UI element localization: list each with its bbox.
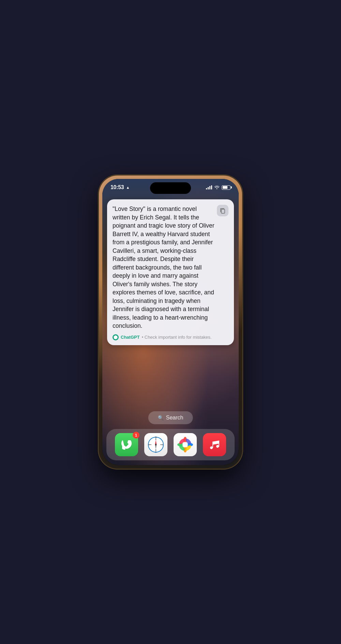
notification-text: "Love Story" is a romantic novel written… [113,205,228,330]
notification-disclaimer: • Check important info for mistakes. [142,335,212,340]
svg-point-23 [183,443,187,446]
search-pill[interactable]: 🔍 Search [148,411,193,424]
search-label: Search [166,415,183,421]
signal-icon [206,185,212,189]
svg-rect-25 [219,441,219,447]
notification-card[interactable]: "Love Story" is a romantic novel written… [107,199,234,345]
copy-button[interactable] [217,205,228,216]
chatgpt-label: ChatGPT [121,335,140,340]
svg-text:S: S [155,451,157,453]
music-app-icon[interactable] [203,433,226,456]
svg-text:W: W [148,444,150,446]
photos-app-icon[interactable] [174,433,197,456]
search-magnifier-icon: 🔍 [158,415,164,420]
battery-icon [222,185,231,190]
safari-app-icon[interactable]: N S W E [144,433,167,456]
dock: 1 [106,429,235,460]
phone-inner: 10:53 ▲ [102,179,239,465]
location-icon: ▲ [126,185,130,189]
safari-app-container: N S W E [144,433,167,456]
dynamic-island [150,182,191,194]
phone-outer: 10:53 ▲ [99,175,242,469]
svg-rect-24 [212,442,213,448]
svg-text:N: N [155,436,157,438]
svg-text:E: E [162,444,164,446]
photos-app-container [174,433,197,456]
chatgpt-icon [113,334,119,340]
music-app-container [203,433,226,456]
notification-footer: ChatGPT • Check important info for mista… [113,334,228,340]
status-time-group: 10:53 ▲ [110,184,130,190]
status-right-group [206,185,231,190]
phone-app-container: 1 [115,433,138,456]
svg-point-9 [155,444,157,445]
svg-rect-0 [221,209,225,213]
notification-content: "Love Story" is a romantic novel written… [113,205,228,340]
phone-badge: 1 [133,432,139,439]
wifi-icon [214,185,220,190]
time-display: 10:53 [110,184,124,190]
